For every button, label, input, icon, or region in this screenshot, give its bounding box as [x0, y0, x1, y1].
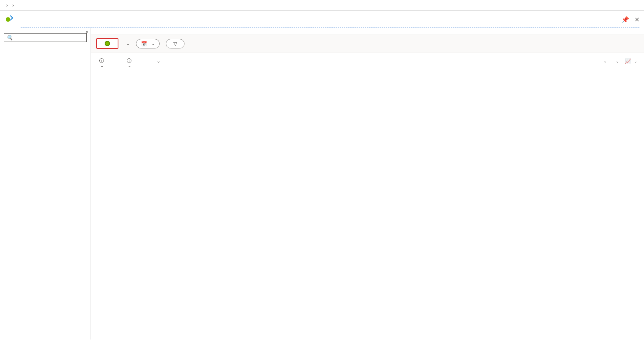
area-chart-icon: 📈 [625, 58, 631, 64]
search-input[interactable]: 🔍 [4, 33, 87, 42]
main-chart [91, 68, 644, 183]
breadcrumb: › › [0, 0, 644, 11]
info-icon: i [99, 58, 104, 63]
add-filter-button[interactable]: ⁺▽ [166, 39, 184, 48]
scope-circle-icon [105, 41, 110, 46]
kpi-forecast[interactable]: i ⌄ [125, 58, 131, 68]
pin-icon[interactable]: 📌 [621, 16, 629, 23]
chart-legend [91, 183, 644, 189]
date-range-selector[interactable]: 📅 ⌄ [136, 39, 160, 48]
cost-analysis-icon [5, 14, 15, 24]
svg-point-0 [6, 17, 10, 22]
filter-icon: ⁺▽ [171, 41, 177, 47]
granularity-selector[interactable]: ⌄ [613, 59, 619, 63]
calendar-icon: 📅 [141, 41, 147, 47]
scope-row: ⌄ 📅 ⌄ ⁺▽ [91, 34, 644, 53]
close-icon[interactable]: ✕ [634, 16, 639, 23]
info-icon: i [127, 58, 131, 63]
collapse-sidebar-icon[interactable]: « [86, 29, 88, 35]
main-content: ⌄ 📅 ⌄ ⁺▽ i ⌄ i ⌄ ⌄ [91, 28, 644, 340]
kpi-actual-cost[interactable]: i ⌄ [98, 58, 104, 68]
kpi-budget[interactable]: ⌄ [153, 58, 160, 64]
sidebar: « 🔍 [0, 28, 91, 340]
view-selector[interactable]: ⌄ [125, 41, 130, 46]
search-icon: 🔍 [6, 35, 13, 40]
group-by-selector[interactable]: ⌄ [600, 59, 607, 63]
scope-selector[interactable] [96, 38, 118, 49]
toolbar [91, 28, 644, 34]
page-header: 📌 ✕ [0, 11, 644, 27]
chart-type-selector[interactable]: 📈 ⌄ [625, 58, 637, 64]
